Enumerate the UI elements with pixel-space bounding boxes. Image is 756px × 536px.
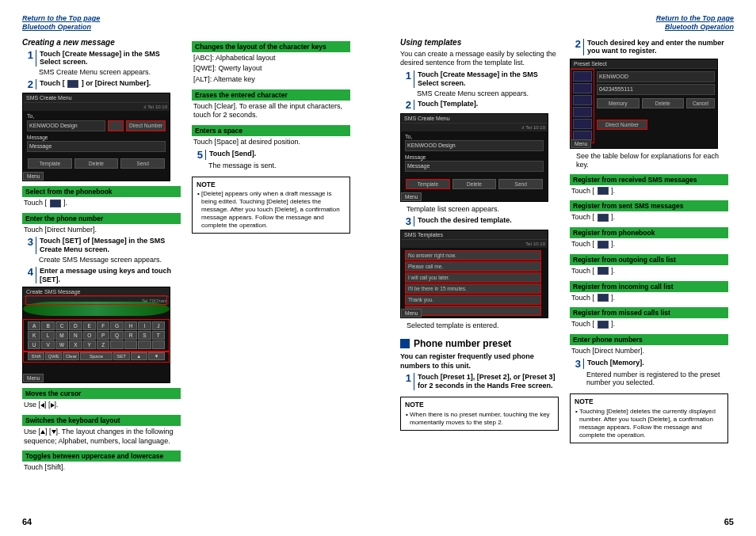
phonebook-icon (598, 241, 609, 249)
direct-number-btn[interactable]: Direct Number (126, 120, 166, 131)
page-65: Return to the Top page Bluetooth Operati… (378, 0, 756, 536)
step-1: 1 Touch [Create Message] in the SMS Sele… (22, 50, 181, 67)
step-5: 5 Touch [Send]. (192, 150, 350, 160)
page-number: 64 (22, 517, 32, 526)
down-icon (52, 430, 56, 434)
screenshot-sms-menu-2: SMS Create Menu ılTel10:10 To, KENWOOD D… (400, 113, 548, 202)
preset-side-list[interactable] (571, 69, 594, 143)
note-box-preset-2: NOTE • Touching [Delete] deletes the cur… (570, 393, 728, 443)
section-phone-preset: Phone number preset (400, 338, 559, 349)
received-sms-icon (598, 187, 609, 195)
col-d: 2Touch desired key and enter the number … (570, 36, 728, 525)
screenshot-preset: Preset Select KENWOOD 04234555111 Memory… (570, 59, 718, 149)
col-c: Using templates You can create a message… (400, 36, 559, 525)
template-btn[interactable]: Template (406, 179, 450, 189)
page-header: Return to the Top page Bluetooth Operati… (22, 14, 356, 32)
step-2: 2 Touch [ ] or [Direct Number]. (22, 79, 181, 89)
page-header: Return to the Top page Bluetooth Operati… (400, 14, 734, 32)
keyboard-keys[interactable]: ABCDEFGHIJ KLMNOPQRST UVWXYZ (23, 319, 170, 352)
heading-creating: Creating a new message (22, 38, 181, 47)
heading-templates: Using templates (400, 38, 559, 47)
col-a: Creating a new message 1 Touch [Create M… (22, 36, 181, 525)
page-number: 65 (724, 517, 734, 526)
square-icon (400, 339, 410, 348)
phonebook-btn[interactable] (108, 120, 124, 131)
phonebook-icon (50, 200, 61, 207)
screenshot-sms-menu-1: SMS Create Menu ılTel10:10 To, KENWOOD D… (22, 93, 170, 181)
section-link[interactable]: Bluetooth Operation (22, 23, 356, 32)
direct-number-btn[interactable]: Direct Number (597, 120, 647, 130)
note-box-1: NOTE • [Delete] appears only when a draf… (192, 177, 350, 234)
phonebook-icon (67, 80, 78, 88)
left-icon (40, 403, 44, 408)
step-3: 3 Touch [SET] of [Message] in the SMS Cr… (22, 237, 181, 254)
incoming-icon (598, 294, 609, 302)
note-box-preset-1: NOTE • When there is no preset number, t… (400, 397, 559, 431)
col-b: Changes the layout of the character keys… (192, 36, 350, 525)
right-icon (51, 403, 55, 408)
up-icon (40, 430, 45, 434)
return-link[interactable]: Return to the Top page (656, 14, 734, 22)
outgoing-icon (598, 267, 609, 275)
step-4: 4 Enter a message using keys and touch [… (22, 267, 181, 284)
sent-sms-icon (598, 214, 609, 222)
return-link[interactable]: Return to the Top page (22, 14, 100, 22)
screenshot-templates: SMS Templates Tel10:10 No answer right n… (400, 230, 548, 318)
screenshot-keyboard: Create SMS Message Tel70Chars ABCDEFGHIJ… (22, 287, 170, 383)
section-link[interactable]: Bluetooth Operation (400, 23, 734, 32)
page-64: Return to the Top page Bluetooth Operati… (0, 0, 378, 536)
missed-icon (598, 321, 609, 329)
